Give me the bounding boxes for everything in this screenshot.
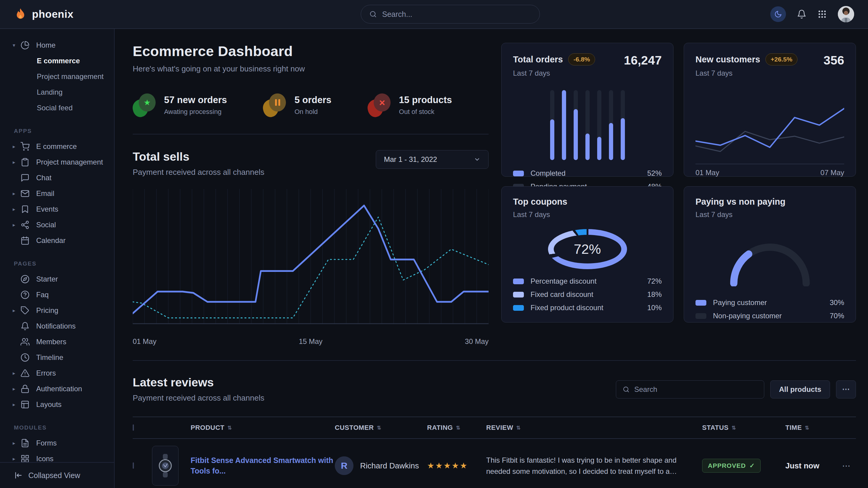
- date-range-select[interactable]: Mar 1 - 31, 2022: [376, 150, 489, 169]
- top-coupons-title: Top coupons: [513, 197, 567, 207]
- sidebar-item-timeline[interactable]: Timeline: [0, 350, 114, 365]
- page-subtitle: Here's what's going on at your business …: [133, 64, 489, 73]
- share-icon: [21, 220, 30, 229]
- total-sells-x-labels: 01 May 15 May 30 May: [133, 337, 489, 346]
- legend-value: 10%: [647, 303, 662, 312]
- sidebar-subitem-landing[interactable]: Landing: [0, 85, 114, 100]
- top-navbar: phoenix: [0, 0, 868, 29]
- total-orders-bar-chart[interactable]: [513, 90, 662, 160]
- sidebar-item-authentication[interactable]: ▸Authentication: [0, 381, 114, 397]
- grid-icon: [21, 454, 30, 462]
- sidebar-item-label: Errors: [36, 369, 56, 378]
- reviews-subtitle: Payment received across all channels: [133, 393, 264, 403]
- order-stats-row: ★57 new ordersAwating processing5 orders…: [133, 93, 489, 117]
- total-orders-subtitle: Last 7 days: [513, 69, 595, 77]
- apps-menu-button[interactable]: [817, 9, 827, 19]
- sidebar-subitem-social-feed[interactable]: Social feed: [0, 100, 114, 116]
- pause-icon: [275, 99, 280, 106]
- sidebar-item-errors[interactable]: ▸Errors: [0, 365, 114, 381]
- bell-icon: [797, 9, 806, 19]
- sidebar-item-forms[interactable]: ▸Forms: [0, 435, 114, 451]
- sidebar-item-email[interactable]: ▸Email: [0, 186, 114, 201]
- sidebar-item-social[interactable]: ▸Social: [0, 217, 114, 233]
- column-review[interactable]: REVIEW⇅: [486, 424, 702, 432]
- sidebar-item-notifications[interactable]: Notifications: [0, 318, 114, 334]
- sidebar-item-members[interactable]: Members: [0, 334, 114, 350]
- app-root: phoenix ▾HomeE commerceProject managemen…: [0, 0, 868, 488]
- product-link[interactable]: Fitbit Sense Advanced Smartwatch with To…: [191, 456, 333, 475]
- total-orders-card: Total orders -6.8% Last 7 days 16,247 Co…: [501, 43, 674, 176]
- legend-swatch: [513, 171, 524, 176]
- order-bar-6: [609, 90, 613, 160]
- sidebar-item-project-management[interactable]: ▸Project management: [0, 154, 114, 170]
- column-product[interactable]: PRODUCT⇅: [191, 424, 335, 432]
- sidebar-item-pricing[interactable]: ▸Pricing: [0, 303, 114, 318]
- collapse-sidebar-button[interactable]: Collapsed View: [0, 462, 114, 488]
- reviews-search[interactable]: [616, 380, 764, 398]
- column-customer[interactable]: CUSTOMER⇅: [335, 424, 427, 432]
- legend-label: Non-paying customer: [713, 312, 782, 320]
- order-bar-2: [562, 90, 566, 160]
- paying-title: Paying vs non paying: [695, 197, 785, 207]
- column-status[interactable]: STATUS⇅: [702, 424, 785, 432]
- sidebar-item-label: Icons: [36, 455, 53, 462]
- new-customers-line-chart[interactable]: [695, 87, 844, 164]
- sidebar-subitem-project-management[interactable]: Project management: [0, 69, 114, 85]
- sidebar-item-starter[interactable]: Starter: [0, 271, 114, 287]
- sidebar-item-layouts[interactable]: ▸Layouts: [0, 397, 114, 412]
- product-thumbnail-smartwatch[interactable]: [152, 446, 179, 486]
- caret-right-icon: ▸: [13, 206, 21, 213]
- user-avatar[interactable]: [838, 6, 854, 22]
- column-time[interactable]: TIME⇅: [785, 424, 837, 432]
- sidebar-item-home[interactable]: ▾Home: [0, 37, 114, 53]
- x-icon: ×: [379, 97, 385, 108]
- sidebar-item-label: Social: [36, 221, 56, 229]
- select-all-checkbox[interactable]: [133, 424, 134, 431]
- stat-text: 5 ordersOn hold: [294, 95, 331, 116]
- global-search[interactable]: [361, 5, 540, 24]
- sidebar-item-label: Chat: [36, 174, 52, 182]
- notifications-button[interactable]: [797, 9, 806, 19]
- caret-down-icon: ▾: [13, 42, 21, 48]
- new-customers-value: 356: [824, 53, 844, 67]
- sidebar-item-events[interactable]: ▸Events: [0, 201, 114, 217]
- row-menu-button[interactable]: ⋯: [837, 461, 856, 471]
- star-icon: ★: [133, 93, 156, 117]
- stat-5-orders: 5 ordersOn hold: [263, 93, 331, 117]
- sidebar-item-e-commerce[interactable]: ▸E commerce: [0, 139, 114, 154]
- sidebar-item-chat[interactable]: Chat: [0, 170, 114, 186]
- theme-toggle-button[interactable]: [770, 6, 786, 22]
- calendar-icon: [21, 236, 30, 245]
- cell-customer: RRichard Dawkins: [335, 456, 427, 475]
- reviews-menu-button[interactable]: ⋯: [836, 380, 856, 398]
- sidebar-item-icons[interactable]: ▸Icons: [0, 451, 114, 462]
- paying-gauge-chart[interactable]: [725, 238, 815, 286]
- app-shell: ▾HomeE commerceProject managementLanding…: [0, 29, 868, 488]
- reviews-search-input[interactable]: [634, 385, 757, 394]
- new-customers-subtitle: Last 7 days: [695, 69, 798, 77]
- file-text-icon: [21, 438, 30, 448]
- total-sells-chart[interactable]: [133, 189, 489, 333]
- total-sells-title: Total sells: [133, 150, 264, 163]
- legend-swatch: [695, 300, 706, 306]
- caret-right-icon: ▸: [13, 456, 21, 462]
- new-customers-badge: +26.5%: [766, 53, 798, 65]
- sidebar-item-faq[interactable]: Faq: [0, 287, 114, 303]
- tag-icon: [21, 306, 30, 315]
- customer-avatar[interactable]: R: [335, 456, 353, 475]
- brand-logo[interactable]: phoenix: [14, 7, 73, 21]
- legend-label: Fixed product discount: [530, 303, 603, 312]
- legend-label: Fixed card discount: [530, 290, 593, 299]
- top-coupons-donut-chart[interactable]: 72%: [548, 229, 627, 269]
- sidebar-item-calendar[interactable]: Calendar: [0, 233, 114, 248]
- row-checkbox[interactable]: [133, 462, 134, 469]
- legend-value: 72%: [647, 277, 662, 286]
- dashboard-top-section: Ecommerce Dashboard Here's what's going …: [133, 43, 856, 346]
- all-products-button[interactable]: All products: [770, 380, 830, 398]
- caret-right-icon: ▸: [13, 370, 21, 377]
- compass-icon: [21, 274, 30, 284]
- x-icon: ×: [368, 93, 391, 117]
- column-rating[interactable]: RATING⇅: [427, 424, 486, 432]
- sidebar-subitem-e-commerce[interactable]: E commerce: [0, 53, 114, 69]
- global-search-input[interactable]: [382, 10, 531, 19]
